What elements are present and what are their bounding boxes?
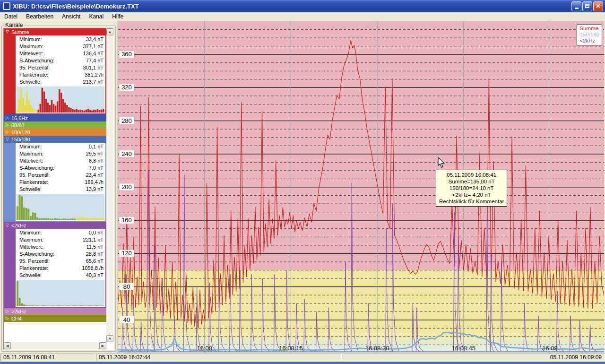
stat-label: Minimum: (19, 229, 42, 236)
menu-item-bearbeiten[interactable]: Bearbeiten (22, 12, 58, 21)
stat-row: Flankenrate:381,2 /h (17, 71, 104, 78)
close-icon: ✕ (596, 3, 600, 9)
stat-row: Flankenrate:169,4 /h (17, 179, 104, 186)
statusbar: 05.11.2009 16:08:41 05.11.2009 16:07:44 … (0, 353, 605, 362)
channel-header-5060[interactable]: ▷50/60 (4, 121, 106, 129)
main-chart-svg: 408012016020024028032036016:0816:08:1516… (118, 21, 604, 353)
stat-value: 381,2 /h (85, 71, 104, 78)
stat-row: Flankenrate:1058,8 /h (17, 265, 104, 272)
app-icon (3, 2, 10, 10)
close-button[interactable]: ✕ (593, 1, 603, 11)
channel-label: 150/180 (11, 137, 30, 142)
expand-arrow-icon: ▷ (6, 116, 9, 120)
svg-text:160: 160 (121, 217, 132, 224)
svg-text:40: 40 (123, 316, 130, 323)
collapse-arrow-icon: ▽ (6, 137, 9, 141)
bottom-strip (0, 362, 605, 364)
stat-value: 377,1 nT (83, 43, 104, 50)
legend-entry: 150/180 (579, 32, 599, 38)
stat-label: Schwelle: (19, 186, 42, 193)
stat-value: 6,8 nT (89, 157, 104, 165)
stat-value: 33,4 nT (86, 36, 104, 43)
legend-entry: <2kHz (579, 38, 599, 44)
stat-row: Mittelwert:6,8 nT (17, 157, 104, 165)
status-cursor-time: 05.11.2009 16:08:41 (0, 354, 95, 361)
stat-row: Minimum:0,1 nT (17, 143, 104, 150)
menu-item-kanal[interactable]: Kanal (85, 12, 108, 21)
chart-tooltip: 05.11.2009 16:08:41Summe=135,00 nT150/18… (436, 170, 507, 207)
channel-histogram (17, 280, 104, 306)
tooltip-line: 05.11.2009 16:08:41 (439, 172, 504, 178)
stat-label: Maximum: (19, 150, 43, 157)
restore-button[interactable] (582, 1, 592, 11)
stat-value: 169,4 /h (85, 179, 104, 186)
stat-value: 77,4 nT (86, 57, 104, 64)
vertical-scrollbar[interactable]: ▲ ▼ (106, 28, 113, 342)
tooltip-line: 150/180=24,10 nT (439, 185, 504, 191)
app-window: XIBU: D:\csv\Files\Beispiele\Demokurz.TX… (0, 0, 605, 364)
stat-label: Maximum: (19, 236, 43, 243)
channel-label: >2kHz (11, 309, 26, 314)
svg-text:16:08:45: 16:08:45 (452, 345, 476, 352)
menu-item-hilfe[interactable]: Hilfe (108, 12, 128, 21)
channel-header-100120[interactable]: ▷100/120 (4, 129, 106, 136)
expand-arrow-icon: ▷ (6, 309, 9, 313)
expand-arrow-icon: ▷ (6, 130, 9, 134)
scroll-left-button[interactable]: ◀ (4, 342, 11, 349)
stat-label: Flankenrate: (19, 71, 48, 78)
stat-label: Flankenrate: (19, 179, 48, 186)
svg-text:80: 80 (123, 283, 130, 290)
svg-text:16:09: 16:09 (542, 345, 558, 352)
svg-text:240: 240 (121, 150, 132, 157)
stat-row: S-Abweichung:7,0 nT (17, 165, 104, 172)
chart-area[interactable]: 408012016020024028032036016:0816:08:1516… (118, 21, 604, 353)
menu-item-datei[interactable]: Datei (0, 12, 22, 21)
stat-label: S-Abweichung: (19, 251, 54, 258)
scroll-right-button[interactable]: ▶ (99, 342, 106, 349)
svg-text:320: 320 (121, 84, 132, 91)
stat-value: 0,0 nT (89, 229, 104, 236)
stat-row: Schwelle:13,9 nT (17, 186, 104, 193)
stat-label: 95. Perzentil: (19, 172, 50, 179)
channel-header-166Hz[interactable]: ▷16,6Hz (4, 114, 106, 121)
channel-stripe (4, 35, 16, 114)
collapse-arrow-icon: ▽ (6, 223, 9, 227)
channel-label: 100/120 (11, 130, 30, 135)
channel-stripe (4, 229, 16, 308)
minimize-button[interactable] (571, 1, 581, 11)
stat-label: S-Abweichung: (19, 57, 54, 64)
scroll-down-button[interactable]: ▼ (106, 335, 113, 342)
channel-label: 16,6Hz (11, 115, 28, 121)
titlebar[interactable]: XIBU: D:\csv\Files\Beispiele\Demokurz.TX… (0, 0, 605, 12)
channel-header-150180[interactable]: ▽150/180 (4, 136, 106, 143)
stat-row: Minimum:0,0 nT (17, 229, 104, 236)
svg-text:16:08: 16:08 (197, 345, 212, 352)
channel-header-CH4[interactable]: ▷CH4 (4, 315, 106, 322)
stat-row: Mittelwert:136,4 nT (17, 50, 104, 57)
scroll-up-button[interactable]: ▲ (106, 28, 113, 35)
channel-stripe (4, 143, 16, 222)
stat-label: Mittelwert: (19, 243, 43, 251)
channel-header-2kHz[interactable]: ▽<2kHz (4, 222, 106, 229)
restore-icon (585, 4, 589, 8)
stat-value: 213,7 nT (83, 78, 104, 86)
channel-header-2kHz[interactable]: ▷>2kHz (4, 308, 106, 315)
stat-row: S-Abweichung:28,8 nT (17, 251, 104, 258)
stat-value: 301,1 nT (83, 64, 104, 71)
minimize-icon (575, 8, 579, 9)
stat-row: Mittelwert:11,5 nT (17, 243, 104, 251)
channel-panel-Summe: Minimum:33,4 nTMaximum:377,1 nTMittelwer… (4, 35, 106, 114)
sidebar-kanaele: Kanäle ▽SummeMinimum:33,4 nTMaximum:377,… (0, 21, 118, 353)
svg-text:280: 280 (121, 117, 132, 124)
menu-item-ansicht[interactable]: Ansicht (58, 12, 85, 21)
channel-header-Summe[interactable]: ▽Summe (4, 28, 106, 35)
stat-label: Schwelle: (19, 78, 42, 86)
stat-value: 11,5 nT (86, 243, 104, 251)
stat-value: 29,5 nT (86, 150, 104, 157)
stat-value: 28,8 nT (86, 251, 104, 258)
stat-row: Maximum:29,5 nT (17, 150, 104, 157)
horizontal-scrollbar[interactable]: ◀ ▶ (4, 342, 106, 349)
collapse-arrow-icon: ▽ (6, 30, 9, 34)
stat-value: 136,4 nT (83, 50, 104, 57)
group-label-kanaele: Kanäle (4, 22, 24, 28)
